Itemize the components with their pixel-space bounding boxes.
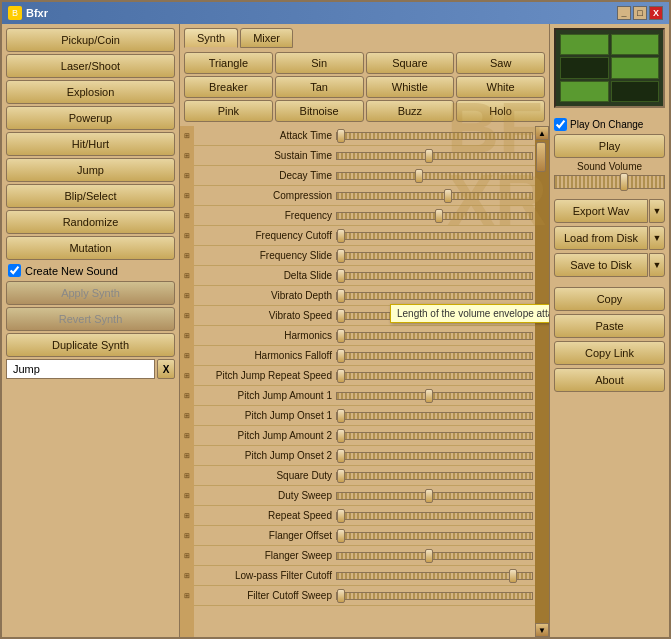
sin-button[interactable]: Sin (275, 52, 364, 74)
slider-track-freq-slide[interactable] (336, 252, 533, 260)
slider-thumb-flanger-sweep[interactable] (425, 549, 433, 563)
slider-thumb-harmonics[interactable] (337, 329, 345, 343)
slider-track-square-duty[interactable] (336, 472, 533, 480)
whistle-button[interactable]: Whistle (366, 76, 455, 98)
slider-thumb-pjrs[interactable] (337, 369, 345, 383)
slider-thumb-flanger-offset[interactable] (337, 529, 345, 543)
export-wav-button[interactable]: Export Wav (554, 199, 648, 223)
slider-thumb-pjo2[interactable] (337, 449, 345, 463)
slider-track-lp-cutoff[interactable] (336, 572, 533, 580)
window-title: Bfxr (26, 7, 48, 19)
slider-thumb-square-duty[interactable] (337, 469, 345, 483)
slider-icon-21: ⊞ (180, 546, 194, 566)
paste-button[interactable]: Paste (554, 314, 665, 338)
copy-link-button[interactable]: Copy Link (554, 341, 665, 365)
slider-thumb-compression[interactable] (444, 189, 452, 203)
slider-thumb-vibrato-speed[interactable] (337, 309, 345, 323)
slider-thumb-filter-sweep[interactable] (337, 589, 345, 603)
slider-thumb-sustain-time[interactable] (425, 149, 433, 163)
slider-track-harmonics-falloff[interactable] (336, 352, 533, 360)
slider-track-harmonics[interactable] (336, 332, 533, 340)
slider-track-sustain-time[interactable] (336, 152, 533, 160)
slider-thumb-pjo1[interactable] (337, 409, 345, 423)
slider-thumb-duty-sweep[interactable] (425, 489, 433, 503)
explosion-button[interactable]: Explosion (6, 80, 175, 104)
load-from-disk-button[interactable]: Load from Disk (554, 226, 648, 250)
bitnoise-button[interactable]: Bitnoise (275, 100, 364, 122)
slider-thumb-repeat-speed[interactable] (337, 509, 345, 523)
slider-track-pjo1[interactable] (336, 412, 533, 420)
slider-thumb-freq-cutoff[interactable] (337, 229, 345, 243)
slider-track-duty-sweep[interactable] (336, 492, 533, 500)
play-on-change-checkbox[interactable] (554, 118, 567, 131)
slider-track-repeat-speed[interactable] (336, 512, 533, 520)
slider-track-pja2[interactable] (336, 432, 533, 440)
scroll-thumb[interactable] (536, 142, 546, 172)
laser-shoot-button[interactable]: Laser/Shoot (6, 54, 175, 78)
slider-track-pjrs[interactable] (336, 372, 533, 380)
apply-synth-button[interactable]: Apply Synth (6, 281, 175, 305)
slider-track-filter-sweep[interactable] (336, 592, 533, 600)
powerup-button[interactable]: Powerup (6, 106, 175, 130)
slider-row-freq-cutoff: Frequency Cutoff (194, 226, 535, 246)
slider-thumb-frequency[interactable] (435, 209, 443, 223)
save-to-disk-button[interactable]: Save to Disk (554, 253, 648, 277)
create-new-sound-checkbox[interactable] (8, 264, 21, 277)
holo-button[interactable]: Holo (456, 100, 545, 122)
slider-track-decay-time[interactable] (336, 172, 533, 180)
slider-thumb-decay-time[interactable] (415, 169, 423, 183)
slider-track-delta-slide[interactable] (336, 272, 533, 280)
white-button[interactable]: White (456, 76, 545, 98)
maximize-button[interactable]: □ (633, 6, 647, 20)
slider-track-frequency[interactable] (336, 212, 533, 220)
square-button[interactable]: Square (366, 52, 455, 74)
slider-thumb-harmonics-falloff[interactable] (337, 349, 345, 363)
slider-track-flanger-sweep[interactable] (336, 552, 533, 560)
slider-icon-0: ⊞ (180, 126, 194, 146)
volume-slider[interactable] (554, 175, 665, 189)
tab-mixer[interactable]: Mixer (240, 28, 293, 48)
export-wav-arrow[interactable]: ▼ (649, 199, 665, 223)
copy-button[interactable]: Copy (554, 287, 665, 311)
duplicate-synth-button[interactable]: Duplicate Synth (6, 333, 175, 357)
pickup-coin-button[interactable]: Pickup/Coin (6, 28, 175, 52)
slider-thumb-freq-slide[interactable] (337, 249, 345, 263)
play-button[interactable]: Play (554, 134, 665, 158)
breaker-button[interactable]: Breaker (184, 76, 273, 98)
volume-thumb[interactable] (620, 173, 628, 191)
buzz-button[interactable]: Buzz (366, 100, 455, 122)
close-button[interactable]: X (649, 6, 663, 20)
save-to-disk-arrow[interactable]: ▼ (649, 253, 665, 277)
slider-track-compression[interactable] (336, 192, 533, 200)
jump-close-button[interactable]: X (157, 359, 175, 379)
scroll-down-button[interactable]: ▼ (535, 623, 549, 637)
hit-hurt-button[interactable]: Hit/Hurt (6, 132, 175, 156)
saw-button[interactable]: Saw (456, 52, 545, 74)
jump-button[interactable]: Jump (6, 158, 175, 182)
mutation-button[interactable]: Mutation (6, 236, 175, 260)
about-button[interactable]: About (554, 368, 665, 392)
blip-select-button[interactable]: Blip/Select (6, 184, 175, 208)
slider-thumb-delta-slide[interactable] (337, 269, 345, 283)
slider-icon-1: ⊞ (180, 146, 194, 166)
slider-track-freq-cutoff[interactable] (336, 232, 533, 240)
load-from-disk-arrow[interactable]: ▼ (649, 226, 665, 250)
slider-thumb-vibrato-depth[interactable] (337, 289, 345, 303)
scroll-up-button[interactable]: ▲ (535, 126, 549, 140)
triangle-button[interactable]: Triangle (184, 52, 273, 74)
slider-track-pja1[interactable] (336, 392, 533, 400)
pink-button[interactable]: Pink (184, 100, 273, 122)
tan-button[interactable]: Tan (275, 76, 364, 98)
slider-thumb-pja2[interactable] (337, 429, 345, 443)
slider-track-flanger-offset[interactable] (336, 532, 533, 540)
revert-synth-button[interactable]: Revert Synth (6, 307, 175, 331)
tab-synth[interactable]: Synth (184, 28, 238, 48)
slider-thumb-pja1[interactable] (425, 389, 433, 403)
slider-track-vibrato-depth[interactable] (336, 292, 533, 300)
slider-track-attack-time[interactable] (336, 132, 533, 140)
randomize-button[interactable]: Randomize (6, 210, 175, 234)
slider-thumb-attack-time[interactable] (337, 129, 345, 143)
slider-track-pjo2[interactable] (336, 452, 533, 460)
slider-thumb-lp-cutoff[interactable] (509, 569, 517, 583)
minimize-button[interactable]: _ (617, 6, 631, 20)
